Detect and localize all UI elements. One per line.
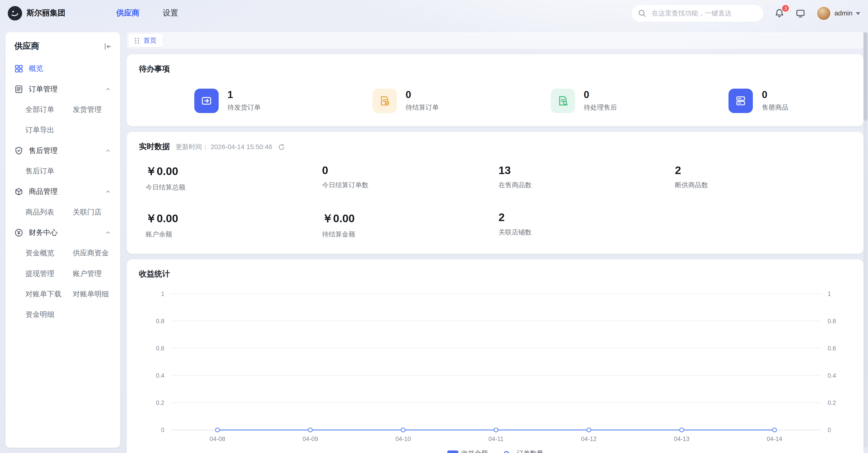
svg-text:1: 1 — [161, 290, 164, 297]
chevron-up-icon — [104, 147, 111, 154]
workspace-button[interactable] — [796, 8, 806, 19]
sidebar-subitem-shipping[interactable]: 发货管理 — [73, 99, 120, 120]
submenu-finance: 资金概览 供应商资金 提现管理 账户管理 对账单下载 对账单明细 资金明细 — [5, 243, 120, 324]
stat-products-on-sale: 13 在售商品数 — [498, 164, 675, 193]
sidebar-group-aftersale-management[interactable]: 售后管理 — [5, 140, 120, 161]
product-icon — [14, 187, 23, 196]
svg-text:0.6: 0.6 — [828, 345, 836, 352]
sidebar-collapse-button[interactable] — [104, 42, 113, 51]
overview-icon — [14, 64, 23, 73]
brand-name: 斯尔丽集团 — [27, 8, 65, 19]
todo-value: 0 — [762, 89, 788, 101]
user-name: admin — [834, 9, 852, 17]
sidebar-title: 供应商 — [14, 41, 39, 52]
refresh-icon[interactable] — [278, 143, 285, 150]
global-search — [632, 5, 764, 22]
svg-text:0.4: 0.4 — [828, 372, 836, 379]
stat-label: 断供商品数 — [675, 181, 851, 190]
legend-label: 订单数量 — [517, 449, 543, 453]
svg-text:0.2: 0.2 — [156, 399, 164, 406]
todo-item-pending-shipment[interactable]: 1 待发货订单 — [139, 89, 317, 113]
stat-label: 账户余额 — [146, 230, 322, 239]
svg-text:0: 0 — [161, 427, 164, 433]
stat-label: 在售商品数 — [498, 181, 675, 190]
svg-text:0.8: 0.8 — [828, 318, 836, 324]
sidebar-group-label: 订单管理 — [29, 84, 58, 94]
stat-value: 2 — [498, 211, 675, 224]
legend-order-count[interactable]: 订单数量 — [499, 449, 543, 453]
updated-time-text: 更新时间： 2026-04-14 15:50:46 — [176, 142, 272, 151]
sidebar-subitem-all-orders[interactable]: 全部订单 — [25, 99, 73, 120]
soldout-stack-icon — [728, 89, 753, 113]
sidebar-subitem-supplier-funds[interactable]: 供应商资金 — [73, 243, 120, 263]
sidebar-subitem-withdrawal[interactable]: 提现管理 — [25, 263, 73, 284]
scrollbar-thumb[interactable] — [864, 32, 867, 121]
todo-grid: 1 待发货订单 0 待结算订单 — [139, 89, 851, 116]
realtime-grid: ￥0.00 今日结算总额 0 今日结算订单数 13 在售商品数 2 断供商品数 — [139, 164, 851, 244]
sidebar-subitem-aftersale-orders[interactable]: 售后订单 — [25, 161, 73, 181]
todo-value: 1 — [227, 89, 260, 101]
stat-label: 今日结算订单数 — [322, 181, 498, 190]
sidebar-subitem-statement-detail[interactable]: 对账单明细 — [73, 284, 120, 304]
svg-text:04-10: 04-10 — [396, 435, 411, 442]
sidebar-subitem-product-list[interactable]: 商品列表 — [25, 202, 73, 222]
sidebar-item-overview[interactable]: 概览 — [5, 58, 120, 79]
bar-series-swatch-icon — [447, 450, 458, 453]
search-icon — [639, 9, 646, 17]
legend-revenue-amount[interactable]: 收益金额 — [447, 449, 488, 453]
aftersale-doc-icon — [551, 89, 575, 113]
avatar — [817, 6, 831, 21]
chart-legend: 收益金额 订单数量 — [139, 449, 851, 453]
stat-label: 关联店铺数 — [498, 228, 675, 237]
stat-value: ￥0.00 — [322, 211, 498, 226]
svg-text:04-11: 04-11 — [489, 435, 504, 442]
svg-text:04-09: 04-09 — [303, 435, 318, 442]
todo-card: 待办事项 1 待发货订单 — [127, 54, 864, 126]
sidebar-header: 供应商 — [5, 32, 120, 58]
todo-item-pending-aftersale[interactable]: 0 待处理售后 — [495, 89, 673, 113]
brand: 斯尔丽集团 — [8, 6, 65, 21]
user-menu[interactable]: admin — [817, 6, 860, 21]
search-input[interactable] — [651, 9, 757, 18]
submenu-order-management: 全部订单 发货管理 订单导出 — [5, 99, 120, 140]
tab-supplier[interactable]: 供应商 — [116, 8, 140, 19]
ship-icon — [194, 89, 219, 113]
sidebar-group-order-management[interactable]: 订单管理 — [5, 79, 120, 99]
sidebar-group-label: 商品管理 — [29, 186, 58, 196]
topbar: 斯尔丽集团 供应商 设置 3 admin — [0, 0, 868, 27]
todo-value: 0 — [406, 89, 439, 101]
sidebar-group-finance-center[interactable]: 财务中心 — [5, 222, 120, 243]
sidebar-subitem-funds-detail[interactable]: 资金明细 — [25, 304, 73, 324]
settlement-doc-icon — [372, 89, 397, 113]
sidebar-subitem-statement-download[interactable]: 对账单下载 — [25, 284, 73, 304]
todo-title: 待办事项 — [139, 64, 851, 74]
todo-item-pending-settlement[interactable]: 0 待结算订单 — [317, 89, 495, 113]
sidebar-item-label: 概览 — [29, 63, 43, 74]
notifications-button[interactable]: 3 — [775, 8, 784, 19]
company-logo-icon — [8, 6, 22, 21]
stat-label: 待结算金额 — [322, 230, 498, 239]
svg-text:0.6: 0.6 — [156, 345, 164, 352]
sidebar-subitem-account-management[interactable]: 账户管理 — [73, 263, 120, 284]
sidebar-subitem-order-export[interactable]: 订单导出 — [25, 120, 73, 140]
tab-settings[interactable]: 设置 — [163, 8, 178, 19]
todo-item-sold-out[interactable]: 0 售罄商品 — [673, 89, 851, 113]
sidebar-group-product-management[interactable]: 商品管理 — [5, 181, 120, 201]
sidebar-subitem-funds-overview[interactable]: 资金概览 — [25, 243, 73, 263]
svg-text:1: 1 — [828, 290, 831, 297]
tab-home[interactable]: 首页 — [128, 34, 162, 47]
realtime-title: 实时数据 — [139, 142, 170, 152]
layout: 供应商 概览 订单管理 全部订单 发货管理 — [0, 27, 868, 453]
scrollbar-track — [864, 32, 867, 448]
chart-title: 收益统计 — [139, 269, 851, 279]
order-icon — [14, 84, 23, 93]
svg-text:0.2: 0.2 — [828, 399, 836, 406]
todo-label: 待处理售后 — [584, 103, 617, 113]
stat-value: 0 — [322, 164, 498, 177]
sidebar-subitem-linked-stores[interactable]: 关联门店 — [73, 202, 120, 222]
workspace-icon — [796, 8, 806, 19]
stat-value: ￥0.00 — [146, 211, 322, 226]
revenue-chart: 000.20.20.40.40.60.60.80.81104-0804-0904… — [139, 285, 851, 447]
supplier-dashboard: 斯尔丽集团 供应商 设置 3 admin — [0, 0, 868, 453]
sidebar-group-label: 财务中心 — [29, 227, 58, 237]
